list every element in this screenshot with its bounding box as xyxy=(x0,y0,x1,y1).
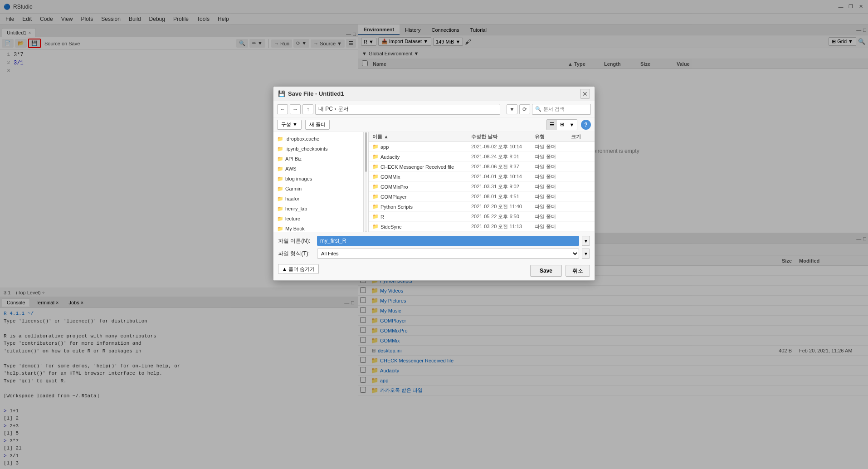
dialog-right-content: 📁app 2021-09-02 오후 10:14 파일 폴더 📁Audacity… xyxy=(369,142,595,232)
save-dialog-btn[interactable]: Save xyxy=(530,265,562,277)
up-btn[interactable]: ↑ xyxy=(302,104,313,114)
col-header-date[interactable]: 수정한 날짜 xyxy=(468,133,531,140)
filename-dropdown[interactable]: ▼ xyxy=(582,236,590,246)
folder-icon: 📁 xyxy=(277,206,283,212)
details-view-btn[interactable]: ⊞ xyxy=(557,120,567,130)
left-item-haafor[interactable]: 📁 haafor xyxy=(273,194,363,204)
save-file-dialog: 💾 Save File - Untitled1 ✕ ← → ↑ 내 PC › 문… xyxy=(273,86,595,281)
col-header-name[interactable]: 이름 ▲ xyxy=(369,133,468,140)
right-row-gommixpro[interactable]: 📁GOMMixPro 2021-03-31 오후 9:02 파일 폴더 xyxy=(369,182,595,192)
right-row-gommix[interactable]: 📁GOMMix 2021-04-01 오후 10:14 파일 폴더 xyxy=(369,172,595,182)
dialog-title-bar: 💾 Save File - Untitled1 ✕ xyxy=(273,87,595,101)
left-item-lecture[interactable]: 📁 lecture xyxy=(273,214,363,224)
filename-label: 파일 이름(N): xyxy=(278,237,314,245)
left-item-dropbox-cache[interactable]: 📁 .dropbox.cache xyxy=(273,134,363,144)
right-row-check[interactable]: 📁CHECK Messenger Received file 2021-08-0… xyxy=(369,162,595,172)
col-header-type[interactable]: 유형 xyxy=(531,133,567,140)
filetype-row: 파일 형식(T): All Files ▼ xyxy=(278,249,590,259)
help-btn[interactable]: ? xyxy=(581,120,591,130)
folder-icon: 📁 xyxy=(277,176,283,182)
dialog-actions-top: 구성 ▼ 새 폴더 ☰ ⊞ ▼ ? xyxy=(273,117,595,132)
folder-icon: 📁 xyxy=(277,196,283,202)
view-toggle: ☰ ⊞ ▼ xyxy=(546,119,577,130)
right-row-r[interactable]: 📁R 2021-05-22 오후 6:50 파일 폴더 xyxy=(369,212,595,222)
dialog-close-btn[interactable]: ✕ xyxy=(580,89,590,99)
breadcrumb-dropdown-btn[interactable]: ▼ xyxy=(507,104,517,114)
folder-icon: 📁 xyxy=(277,166,283,172)
left-item-ipynb[interactable]: 📁 .ipynb_checkpoints xyxy=(273,144,363,154)
left-item-api-biz[interactable]: 📁 API Biz xyxy=(273,154,363,164)
left-item-garmin[interactable]: 📁 Garmin xyxy=(273,184,363,194)
left-item-mybook[interactable]: 📁 My Book xyxy=(273,224,363,232)
col-header-size[interactable]: 크기 xyxy=(567,133,595,140)
dialog-nav: ← → ↑ 내 PC › 문서 ▼ ⟳ 🔍 문서 검색 xyxy=(273,101,595,117)
right-row-app[interactable]: 📁app 2021-09-02 오후 10:14 파일 폴더 xyxy=(369,142,595,152)
dialog-body: 📁 .dropbox.cache 📁 .ipynb_checkpoints 📁 … xyxy=(273,132,595,232)
refresh-btn[interactable]: ⟳ xyxy=(519,104,530,114)
right-row-python-scripts[interactable]: 📁Python Scripts 2021-02-20 오전 11:40 파일 폴… xyxy=(369,202,595,212)
view-dropdown-btn[interactable]: ▼ xyxy=(567,120,577,130)
right-row-audacity[interactable]: 📁Audacity 2021-08-24 오후 8:01 파일 폴더 xyxy=(369,152,595,162)
left-item-blog[interactable]: 📁 blog images xyxy=(273,174,363,184)
folder-icon: 📁 xyxy=(277,146,283,152)
organize-btn[interactable]: 구성 ▼ xyxy=(277,120,302,130)
folder-icon: 📁 xyxy=(277,156,283,162)
filetype-label: 파일 형식(T): xyxy=(278,250,314,258)
folder-icon: 📁 xyxy=(277,226,283,232)
dialog-footer: 파일 이름(N): ▼ 파일 형식(T): All Files ▼ ▲ 폴더 숨… xyxy=(273,232,595,280)
filename-row: 파일 이름(N): ▼ xyxy=(278,236,590,246)
right-row-sidesync[interactable]: 📁SideSync 2021-03-20 오전 11:13 파일 폴더 xyxy=(369,222,595,232)
right-row-gompl[interactable]: 📁GOMPlayer 2021-08-01 오후 4:51 파일 폴더 xyxy=(369,192,595,202)
folder-icon: 📁 xyxy=(277,136,283,142)
search-icon: 🔍 xyxy=(535,106,541,112)
filetype-dropdown[interactable]: ▼ xyxy=(582,249,590,259)
dialog-left-panel: 📁 .dropbox.cache 📁 .ipynb_checkpoints 📁 … xyxy=(273,132,364,232)
list-view-btn[interactable]: ☰ xyxy=(547,120,557,130)
toggle-folders-btn[interactable]: ▲ 폴더 숨기기 xyxy=(278,264,319,274)
dialog-icon: 💾 xyxy=(278,90,285,97)
search-bar[interactable]: 🔍 문서 검색 xyxy=(532,104,591,115)
dialog-overlay: 💾 Save File - Untitled1 ✕ ← → ↑ 내 PC › 문… xyxy=(0,0,868,469)
back-btn[interactable]: ← xyxy=(277,104,288,114)
search-placeholder: 문서 검색 xyxy=(543,106,565,112)
breadcrumb[interactable]: 내 PC › 문서 xyxy=(315,104,500,115)
left-item-henry[interactable]: 📁 henry_lab xyxy=(273,204,363,214)
forward-btn[interactable]: → xyxy=(290,104,301,114)
dialog-footer-buttons: Save 취소 xyxy=(530,265,590,277)
dialog-title: 💾 Save File - Untitled1 xyxy=(278,90,344,97)
folder-icon: 📁 xyxy=(277,216,283,222)
dialog-right-header: 이름 ▲ 수정한 날짜 유형 크기 xyxy=(369,132,595,142)
filetype-select[interactable]: All Files xyxy=(317,249,579,259)
new-folder-btn[interactable]: 새 폴더 xyxy=(305,120,330,130)
folder-icon: 📁 xyxy=(277,186,283,192)
filename-input[interactable] xyxy=(317,236,579,246)
cancel-dialog-btn[interactable]: 취소 xyxy=(566,265,590,277)
left-item-aws[interactable]: 📁 AWS xyxy=(273,164,363,174)
